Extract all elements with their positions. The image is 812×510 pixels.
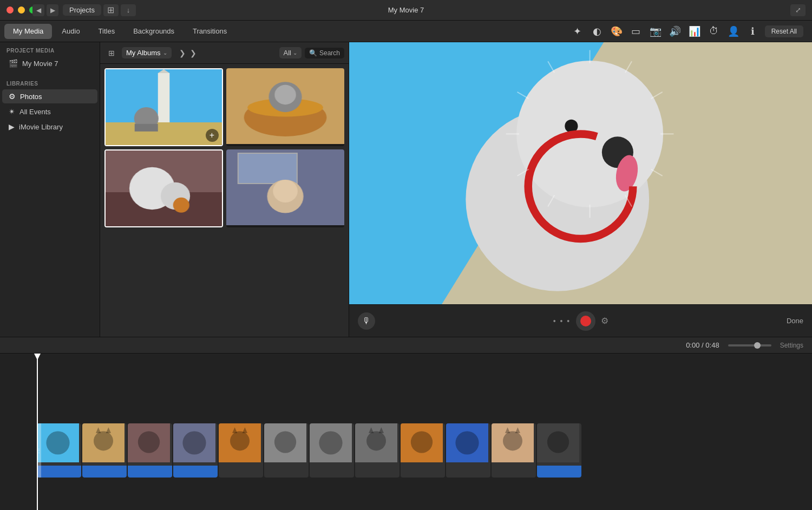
timeline-clip-3[interactable]: [173, 423, 218, 478]
forward-arrow-2[interactable]: ❯: [188, 48, 199, 58]
zoom-slider[interactable]: [728, 344, 771, 346]
timeline-clip-0[interactable]: ⋮: [37, 423, 81, 478]
all-events-label: All Events: [19, 108, 51, 116]
clip-canvas-5: [264, 423, 306, 462]
clip-canvas-2: [128, 423, 170, 462]
timeline-clip-1[interactable]: [82, 423, 127, 478]
clip-canvas-1: [82, 423, 125, 462]
media-tabs: My Media Audio Titles Backgrounds Transi…: [0, 21, 235, 42]
palette-icon[interactable]: 🎨: [609, 24, 624, 39]
preview-canvas: [349, 42, 812, 304]
time-total: 0:48: [705, 341, 719, 349]
photo-cell-2[interactable]: [226, 68, 345, 146]
zoom-thumb: [754, 342, 761, 349]
tab-transitions[interactable]: Transitions: [184, 24, 235, 39]
settings-sliders-icon[interactable]: ⚙: [601, 316, 608, 326]
photo-cell-3[interactable]: [104, 149, 223, 227]
filter-chevron-icon: ⌄: [293, 50, 297, 56]
film-icon: 🎬: [9, 59, 18, 68]
albums-label: My Albums: [126, 49, 161, 57]
timeline-clip-7[interactable]: [355, 423, 400, 478]
photo-canvas-3: [106, 151, 222, 226]
clip-canvas-3: [173, 423, 215, 462]
timeline-clip-6[interactable]: [310, 423, 354, 478]
albums-selector[interactable]: My Albums ⌄: [122, 47, 172, 58]
media-panel: ⊞ My Albums ⌄ ❯ ❯ All ⌄ 🔍 Search +: [100, 42, 349, 337]
projects-button[interactable]: Projects: [63, 4, 101, 16]
movie-label: My Movie 7: [22, 60, 58, 68]
time-display: 0:00 / 0:48: [686, 341, 719, 349]
forward-arrow-1[interactable]: ❯: [177, 48, 188, 58]
dots-icon: • • •: [553, 317, 571, 325]
photo-grid: +: [100, 64, 349, 337]
clip-bar-5: [264, 466, 309, 478]
sidebar-item-all-events[interactable]: ✴ All Events: [2, 104, 97, 119]
speaker-icon[interactable]: 🔊: [667, 24, 683, 39]
tab-audio[interactable]: Audio: [53, 24, 88, 39]
clip-canvas-7: [355, 423, 397, 462]
microphone-button[interactable]: 🎙: [358, 312, 375, 330]
all-events-icon: ✴: [9, 107, 15, 116]
clip-bar-10: [492, 466, 536, 478]
crop-icon[interactable]: ▭: [628, 24, 644, 39]
grid-view-icon[interactable]: ⊞: [104, 46, 119, 60]
timeline-clip-4[interactable]: [219, 423, 263, 478]
person-icon[interactable]: 👤: [726, 24, 741, 39]
nav-controls: ◀ ▶ Projects ⊞ ↓: [32, 4, 136, 16]
back-arrow[interactable]: ◀: [32, 4, 44, 16]
photo-canvas-1: [106, 69, 222, 145]
timeline-clip-9[interactable]: [446, 423, 490, 478]
chevron-down-icon: ⌄: [163, 50, 167, 56]
preview-panel: 🎙 • • • ⚙ Done: [349, 42, 812, 337]
tab-my-media[interactable]: My Media: [4, 24, 52, 39]
halfcircle-icon[interactable]: ◐: [590, 24, 605, 39]
download-icon[interactable]: ↓: [121, 4, 136, 16]
clip-bar-2: [128, 466, 172, 478]
timeline-clip-10[interactable]: [492, 423, 536, 478]
clip-canvas-10: [492, 423, 534, 462]
photo-cell-1[interactable]: +: [104, 68, 223, 146]
close-button[interactable]: [6, 6, 14, 14]
timeline-clip-8[interactable]: [401, 423, 445, 478]
timeline-clip-2[interactable]: [128, 423, 172, 478]
clip-canvas-11: [537, 423, 579, 462]
camera-icon[interactable]: 📷: [648, 24, 663, 39]
speedometer-icon[interactable]: ⏱: [706, 24, 722, 39]
all-label: All: [284, 49, 291, 57]
project-media-label: PROJECT MEDIA: [0, 42, 100, 56]
bars-icon[interactable]: 📊: [687, 24, 702, 39]
fullscreen-icon[interactable]: ⤢: [790, 4, 806, 16]
sidebar-item-movie[interactable]: 🎬 My Movie 7: [2, 56, 97, 70]
clip-bar-7: [355, 466, 400, 478]
sidebar-item-imovie-library[interactable]: ▶ iMovie Library: [2, 120, 97, 134]
magic-icon[interactable]: ✦: [570, 24, 585, 39]
done-button[interactable]: Done: [787, 317, 803, 325]
search-box[interactable]: 🔍 Search: [305, 48, 344, 58]
storyboard-icon[interactable]: ⊞: [103, 4, 119, 16]
minimize-button[interactable]: [18, 6, 25, 14]
info-icon[interactable]: ℹ: [745, 24, 761, 39]
reset-all-button[interactable]: Reset All: [765, 25, 803, 37]
search-placeholder: Search: [319, 49, 340, 57]
clip-bar-1: [82, 466, 127, 478]
tab-titles[interactable]: Titles: [90, 24, 124, 39]
clip-canvas-8: [401, 423, 443, 462]
record-button[interactable]: [576, 311, 595, 331]
clip-bar-8: [401, 466, 445, 478]
clip-bar-6: [310, 466, 354, 478]
media-panel-toolbar: ⊞ My Albums ⌄ ❯ ❯ All ⌄ 🔍 Search: [100, 42, 349, 64]
sidebar-item-photos[interactable]: ⚙ Photos: [2, 89, 97, 103]
filter-all[interactable]: All ⌄: [279, 47, 302, 58]
photo-add-button-1[interactable]: +: [206, 129, 219, 142]
imovie-library-label: iMovie Library: [19, 123, 63, 131]
sidebar: PROJECT MEDIA 🎬 My Movie 7 LIBRARIES ⚙ P…: [0, 42, 100, 337]
timeline-clip-5[interactable]: [264, 423, 309, 478]
timeline-playhead[interactable]: [37, 354, 38, 510]
time-separator: /: [702, 341, 704, 349]
record-controls: • • • ⚙: [553, 311, 608, 331]
tab-backgrounds[interactable]: Backgrounds: [125, 24, 183, 39]
timeline-clip-11[interactable]: [537, 423, 581, 478]
photo-cell-4[interactable]: [226, 149, 345, 227]
forward-arrow[interactable]: ▶: [47, 4, 58, 16]
settings-text[interactable]: Settings: [780, 342, 803, 349]
